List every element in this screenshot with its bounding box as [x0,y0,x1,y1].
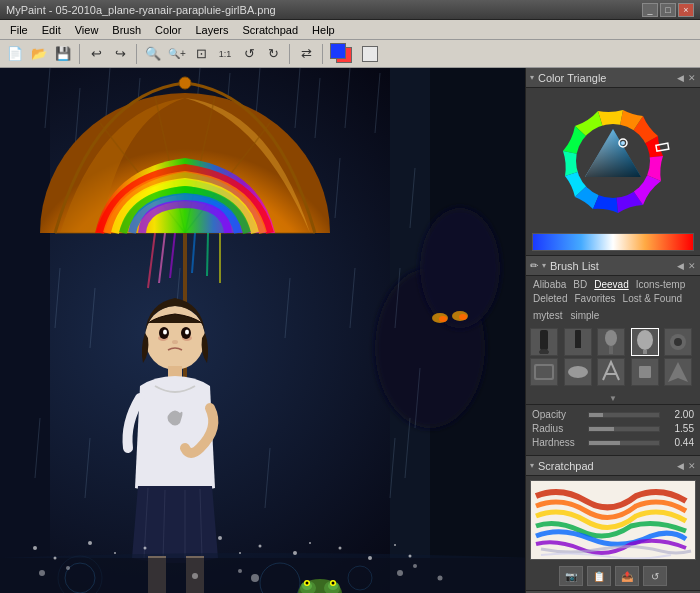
menu-view[interactable]: View [69,22,105,38]
brush-list-collapse-icon[interactable]: ▾ [542,261,546,270]
brush-item-9[interactable] [631,358,659,386]
brush-tab-alibaba[interactable]: Alibaba [530,278,569,291]
brush-list-title: Brush List [550,260,673,272]
svg-point-88 [144,547,147,550]
brush-tabs: Alibaba BD Deevad Icons-temp Deleted Fav… [526,276,700,307]
svg-point-60 [163,330,167,335]
svg-point-83 [332,582,335,585]
artwork [0,68,525,593]
new-button[interactable]: 📄 [4,43,26,65]
svg-point-96 [394,544,396,546]
scratchpad-buttons: 📷 📋 📤 ↺ [526,564,700,590]
painting-svg [0,68,525,593]
rotate-ccw-button[interactable]: ↺ [238,43,260,65]
brush-pencil-icon: ✏ [530,260,538,271]
canvas-area[interactable] [0,68,525,593]
menu-edit[interactable]: Edit [36,22,67,38]
hardness-label: Hardness [532,437,584,448]
color-gradient-bar[interactable] [532,233,694,251]
color-triangle-collapse-icon[interactable]: ▾ [530,73,534,82]
opacity-value: 2.00 [664,409,694,420]
scratchpad-collapse-icon[interactable]: ▾ [530,461,534,470]
minimize-button[interactable]: _ [642,3,658,17]
brush-tab-icons[interactable]: Icons-temp [633,278,688,291]
maximize-button[interactable]: □ [660,3,676,17]
extra-color-swatch[interactable] [362,46,378,62]
color-triangle-close[interactable]: ✕ [688,73,696,83]
opacity-slider[interactable] [588,412,660,418]
menu-brush[interactable]: Brush [106,22,147,38]
save-button[interactable]: 💾 [52,43,74,65]
scratchpad-clear-btn[interactable]: ↺ [643,566,667,586]
scratchpad-paste-btn[interactable]: 📤 [615,566,639,586]
menubar: File Edit View Brush Color Layers Scratc… [0,20,700,40]
open-button[interactable]: 📂 [28,43,50,65]
menu-file[interactable]: File [4,22,34,38]
menu-scratchpad[interactable]: Scratchpad [236,22,304,38]
brush-tab-favorites[interactable]: Favorites [571,292,618,305]
brush-tab-lost[interactable]: Lost & Found [620,292,685,305]
svg-point-62 [172,340,178,344]
toolbar-sep-2 [136,44,137,64]
svg-point-93 [309,542,311,544]
zoom-in-button[interactable]: 🔍+ [166,43,188,65]
menu-color[interactable]: Color [149,22,187,38]
mirror-button[interactable]: ⇄ [295,43,317,65]
brush-list-dock-left[interactable]: ◀ [677,261,684,271]
radius-label: Radius [532,423,584,434]
redo-button[interactable]: ↪ [109,43,131,65]
svg-point-91 [259,545,262,548]
brush-item-1[interactable] [530,328,558,356]
color-triangle-dock-left[interactable]: ◀ [677,73,684,83]
brush-tab-bd[interactable]: BD [570,278,590,291]
zoom-fit-button[interactable]: ⊡ [190,43,212,65]
menu-layers[interactable]: Layers [189,22,234,38]
close-button[interactable]: × [678,3,694,17]
brush-scroll-indicator: ▼ [526,390,700,404]
zoom-1-button[interactable]: 1:1 [214,43,236,65]
svg-point-87 [114,552,116,554]
brush-item-10[interactable] [664,358,692,386]
toolbar-sep-1 [79,44,80,64]
svg-rect-1 [0,68,50,593]
brush-properties: Opacity 2.00 Radius 1.55 Hardness 0.44 [526,405,700,456]
color-wheel-svg[interactable] [548,96,678,226]
svg-point-105 [438,576,443,581]
brush-item-3[interactable] [597,328,625,356]
menu-help[interactable]: Help [306,22,341,38]
main-area: ▾ Color Triangle ◀ ✕ [0,68,700,593]
svg-point-115 [539,349,549,354]
brush-item-4[interactable] [631,328,659,356]
opacity-slider-fill [589,413,603,417]
brush-tab-mytest[interactable]: mytest [530,309,565,322]
svg-point-100 [192,573,198,579]
color-triangle-container[interactable] [526,88,700,233]
brush-item-5[interactable] [664,328,692,356]
scratchpad-close[interactable]: ✕ [688,461,696,471]
radius-slider-fill [589,427,614,431]
svg-point-85 [54,557,57,560]
brush-tab-row2: mytest simple [526,307,700,324]
brush-list-close[interactable]: ✕ [688,261,696,271]
brush-tab-deleted[interactable]: Deleted [530,292,570,305]
brush-list-section: ✏ ▾ Brush List ◀ ✕ Alibaba BD Deevad Ico… [526,256,700,405]
radius-row: Radius 1.55 [532,423,694,434]
scratchpad-copy-btn[interactable]: 📋 [587,566,611,586]
toolbar: 📄 📂 💾 ↩ ↪ 🔍 🔍+ ⊡ 1:1 ↺ ↻ ⇄ [0,40,700,68]
color-swatches[interactable] [328,41,358,67]
brush-item-8[interactable] [597,358,625,386]
brush-tab-deevad[interactable]: Deevad [591,278,631,291]
scratchpad-save-btn[interactable]: 📷 [559,566,583,586]
brush-item-2[interactable] [564,328,592,356]
brush-tab-simple[interactable]: simple [567,309,602,322]
scratchpad-canvas[interactable] [530,480,696,560]
radius-slider[interactable] [588,426,660,432]
hardness-slider[interactable] [588,440,660,446]
brush-item-6[interactable] [530,358,558,386]
rotate-cw-button[interactable]: ↻ [262,43,284,65]
scratchpad-dock-left[interactable]: ◀ [677,461,684,471]
zoom-out-button[interactable]: 🔍 [142,43,164,65]
undo-button[interactable]: ↩ [85,43,107,65]
foreground-color-swatch[interactable] [330,43,346,59]
brush-item-7[interactable] [564,358,592,386]
